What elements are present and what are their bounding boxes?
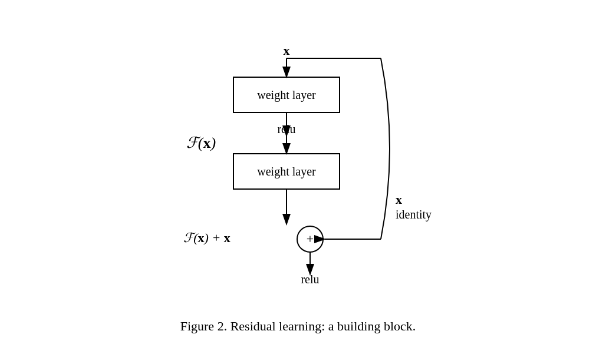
- fx-label: ℱ(x): [186, 134, 215, 151]
- identity-label: identity: [396, 208, 432, 221]
- main-container: x weight layer relu weight layer +: [92, 30, 505, 334]
- identity-x-label: x: [396, 192, 402, 207]
- diagram-area: x weight layer relu weight layer +: [151, 30, 446, 313]
- weight-layer-label-2: weight layer: [257, 165, 316, 178]
- plus-sign: +: [306, 231, 313, 246]
- weight-layer-label-1: weight layer: [257, 88, 316, 102]
- fxplusx-label: ℱ(x) + x: [183, 230, 231, 245]
- figure-caption: Figure 2. Residual learning: a building …: [180, 319, 416, 334]
- relu-label-1: relu: [277, 123, 295, 135]
- x-input-label: x: [283, 43, 289, 58]
- relu-label-2: relu: [301, 273, 319, 286]
